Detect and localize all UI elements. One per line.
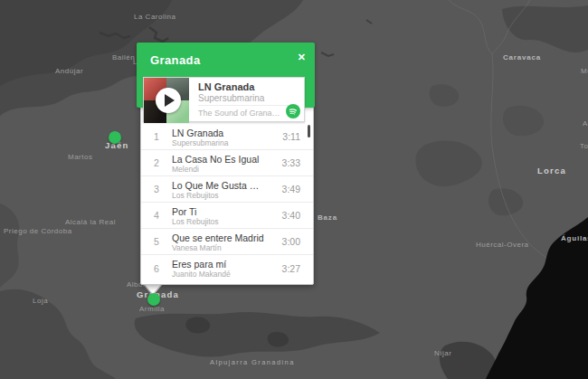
map-label-mula: Mula [581, 67, 588, 75]
track-number: 2 [141, 157, 172, 168]
track-title: Por Ti [172, 206, 264, 217]
player-artist: Supersubmarina [198, 93, 264, 103]
map-label-baza: Baza [318, 213, 337, 222]
map-label-nijar: Níjar [434, 349, 451, 357]
track-duration: 3:33 [264, 157, 313, 168]
track-number: 5 [141, 236, 172, 247]
track-artist: Juanito Makandé [172, 270, 264, 279]
map-label-martos: Martos [68, 153, 92, 161]
track-artist: Los Rebujitos [172, 191, 264, 200]
track-row[interactable]: 3 Lo Que Me Gusta de Ti Los Rebujitos 3:… [141, 176, 313, 203]
map-label-loja: Loja [33, 297, 48, 305]
map-label-andujar: Andújar [55, 67, 83, 75]
track-artist: Melendi [172, 165, 264, 174]
map-label-alhama: Alhama [583, 119, 588, 128]
map-label-aguilas: Águilas [561, 234, 588, 242]
track-row[interactable]: 1 LN Granada Supersubmarina 3:11 [141, 124, 313, 150]
close-icon[interactable]: ✕ [298, 51, 306, 63]
track-duration: 3:11 [264, 131, 313, 142]
track-artist: Vanesa Martín [172, 243, 264, 252]
track-number: 3 [141, 184, 172, 194]
track-title: LN Granada [172, 128, 264, 138]
track-row[interactable]: 4 Por Ti Los Rebujitos 3:40 [141, 203, 313, 229]
track-artist: Los Rebujitos [172, 217, 264, 226]
spotify-icon[interactable] [286, 104, 300, 118]
play-button[interactable] [156, 88, 181, 113]
track-list: 1 LN Granada Supersubmarina 3:11 2 La Ca… [141, 124, 313, 281]
map-label-alcala-la-real: Alcalá la Real [65, 218, 116, 226]
track-artist: Supersubmarina [172, 138, 264, 147]
scrollbar-thumb[interactable] [308, 125, 310, 137]
track-title: Lo Que Me Gusta de Ti [172, 180, 264, 191]
play-icon [156, 88, 181, 113]
track-number: 1 [141, 131, 172, 142]
popup-title: Granada [150, 53, 201, 67]
playlist-name: The Sound of Grana… [198, 109, 280, 118]
jaen-map-marker[interactable] [109, 131, 121, 144]
track-number: 4 [141, 210, 172, 221]
map-label-alpujarra-granadina: Alpujarra Granadina [210, 358, 295, 366]
track-duration: 3:00 [264, 236, 313, 247]
player-track-title: LN Granada [198, 81, 254, 92]
map-label-totana: Totana [580, 142, 588, 150]
map-label-bailen: Bailén [112, 53, 135, 62]
track-duration: 3:27 [264, 263, 313, 274]
track-duration: 3:40 [264, 210, 313, 221]
track-title: La Casa No Es Igual [172, 154, 264, 165]
map-label-huercal-overa: Huércal-Overa [476, 241, 529, 249]
track-row[interactable]: 6 Eres para mí Juanito Makandé 3:27 [141, 255, 313, 281]
track-number: 6 [141, 263, 172, 274]
track-row[interactable]: 2 La Casa No Es Igual Melendi 3:33 [141, 150, 313, 176]
track-title: Que se entere Madrid [172, 232, 264, 243]
track-row[interactable]: 5 Que se entere Madrid Vanesa Martín 3:0… [141, 229, 313, 255]
track-duration: 3:49 [264, 184, 313, 194]
map-label-armilla: Armilla [139, 305, 165, 313]
player-divider [198, 105, 299, 106]
granada-map-marker[interactable] [147, 293, 160, 306]
track-title: Eres para mí [172, 259, 264, 270]
tracklist-panel: 1 LN Granada Supersubmarina 3:11 2 La Ca… [140, 105, 314, 285]
map-label-caravaca: Caravaca [503, 53, 541, 62]
map-label-lorca: Lorca [537, 166, 566, 175]
now-playing-card: LN Granada Supersubmarina The Sound of G… [143, 77, 305, 122]
map-label-la-carolina: La Carolina [134, 13, 175, 21]
map-label-priego-de-cordoba: Priego de Córdoba [4, 227, 72, 235]
